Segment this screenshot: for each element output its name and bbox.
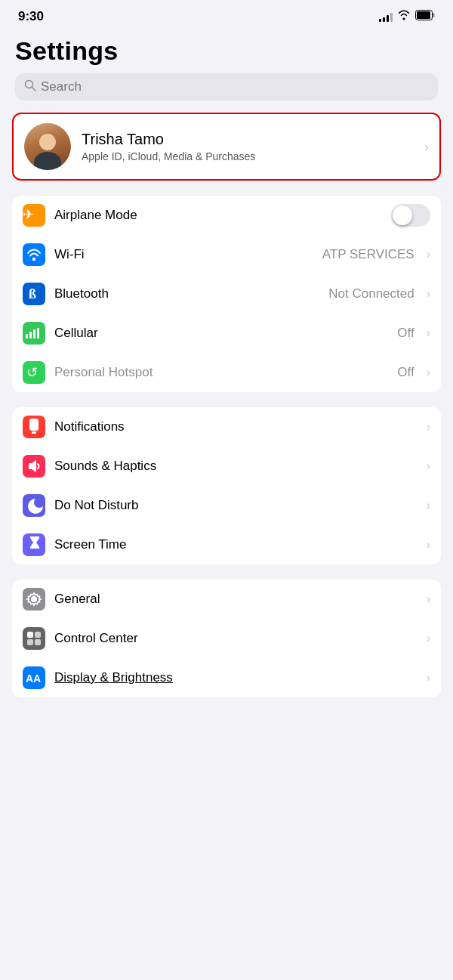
svg-rect-8	[26, 334, 28, 339]
icon-cellular	[23, 322, 45, 345]
label-general: General	[54, 592, 418, 607]
label-airplane-mode: Airplane Mode	[54, 208, 382, 223]
icon-airplane-mode: ✈	[23, 204, 45, 227]
value-hotspot: Off	[397, 365, 414, 380]
icon-general	[23, 588, 45, 611]
chevron-notifications: ›	[427, 420, 430, 434]
chevron-hotspot: ›	[427, 366, 430, 379]
battery-icon	[415, 10, 435, 23]
settings-row-control-center[interactable]: Control Center›	[12, 619, 441, 658]
profile-subtitle: Apple ID, iCloud, Media & Purchases	[82, 150, 414, 162]
settings-row-dnd[interactable]: Do Not Disturb›	[12, 486, 441, 525]
label-hotspot: Personal Hotspot	[54, 365, 388, 380]
svg-rect-19	[27, 639, 33, 645]
search-input[interactable]	[41, 79, 429, 94]
search-icon	[24, 79, 36, 94]
settings-group-connectivity: ✈Airplane Mode Wi-FiATP SERVICES›ßBlueto…	[12, 196, 441, 392]
svg-rect-20	[35, 639, 41, 645]
search-bar[interactable]	[15, 73, 438, 100]
svg-point-6	[32, 258, 35, 261]
label-bluetooth: Bluetooth	[54, 286, 319, 301]
chevron-display: ›	[427, 671, 430, 685]
signal-icon	[379, 11, 393, 22]
svg-rect-13	[29, 419, 39, 431]
settings-row-screentime[interactable]: Screen Time›	[12, 525, 441, 564]
wifi-icon	[397, 10, 411, 23]
status-icons	[379, 10, 435, 23]
settings-row-airplane-mode[interactable]: ✈Airplane Mode	[12, 196, 441, 235]
icon-bluetooth: ß	[23, 283, 45, 305]
page-title: Settings	[0, 30, 453, 73]
value-bluetooth: Not Connected	[328, 286, 414, 301]
icon-wifi	[23, 243, 45, 266]
label-control-center: Control Center	[54, 631, 418, 646]
chevron-dnd: ›	[427, 499, 430, 512]
value-wifi: ATP SERVICES	[322, 247, 414, 262]
label-wifi: Wi-Fi	[54, 247, 313, 262]
chevron-control-center: ›	[427, 632, 430, 645]
value-cellular: Off	[397, 326, 414, 341]
settings-group-notifications: Notifications›Sounds & Haptics›Do Not Di…	[12, 407, 441, 564]
svg-text:✈: ✈	[23, 207, 34, 222]
icon-control-center	[23, 627, 45, 650]
icon-notifications	[23, 416, 45, 438]
label-sounds: Sounds & Haptics	[54, 459, 418, 474]
settings-row-notifications[interactable]: Notifications›	[12, 407, 441, 447]
svg-rect-14	[32, 431, 36, 434]
chevron-sounds: ›	[427, 459, 430, 473]
profile-name: Trisha Tamo	[82, 131, 414, 148]
svg-rect-18	[35, 632, 41, 638]
svg-rect-2	[417, 11, 430, 19]
svg-point-16	[31, 596, 37, 602]
icon-hotspot: ↺	[23, 361, 45, 384]
svg-line-4	[32, 88, 36, 91]
chevron-cellular: ›	[427, 326, 430, 340]
chevron-wifi: ›	[427, 248, 430, 261]
svg-rect-10	[33, 329, 35, 339]
icon-screentime	[23, 533, 45, 556]
label-cellular: Cellular	[54, 326, 388, 341]
label-screentime: Screen Time	[54, 537, 418, 552]
svg-rect-9	[29, 332, 32, 339]
settings-row-bluetooth[interactable]: ßBluetoothNot Connected›	[12, 274, 441, 314]
icon-sounds	[23, 455, 45, 478]
profile-card[interactable]: Trisha Tamo Apple ID, iCloud, Media & Pu…	[12, 113, 441, 181]
chevron-screentime: ›	[427, 538, 430, 552]
svg-text:AA: AA	[26, 672, 41, 685]
chevron-general: ›	[427, 592, 430, 606]
svg-rect-1	[433, 13, 435, 17]
settings-row-cellular[interactable]: CellularOff›	[12, 314, 441, 353]
profile-chevron: ›	[424, 139, 429, 155]
icon-dnd	[23, 494, 45, 517]
svg-text:ß: ß	[29, 286, 36, 301]
settings-row-display[interactable]: AADisplay & Brightness›	[12, 658, 441, 697]
icon-display: AA	[23, 666, 45, 689]
label-notifications: Notifications	[54, 419, 418, 434]
settings-row-sounds[interactable]: Sounds & Haptics›	[12, 447, 441, 486]
status-bar: 9:30	[0, 0, 453, 30]
toggle-airplane-mode[interactable]	[391, 204, 430, 227]
settings-group-general: General›Control Center›AADisplay & Brigh…	[12, 580, 441, 697]
label-display: Display & Brightness	[54, 670, 418, 685]
svg-rect-11	[37, 328, 39, 339]
svg-marker-15	[29, 460, 36, 472]
settings-row-general[interactable]: General›	[12, 580, 441, 619]
svg-text:↺: ↺	[26, 365, 38, 380]
profile-info: Trisha Tamo Apple ID, iCloud, Media & Pu…	[82, 131, 414, 162]
chevron-bluetooth: ›	[427, 287, 430, 301]
label-dnd: Do Not Disturb	[54, 498, 418, 513]
status-time: 9:30	[18, 9, 44, 24]
settings-row-hotspot[interactable]: ↺Personal HotspotOff›	[12, 353, 441, 392]
svg-rect-17	[27, 632, 33, 638]
settings-row-wifi[interactable]: Wi-FiATP SERVICES›	[12, 235, 441, 274]
avatar	[24, 123, 71, 170]
